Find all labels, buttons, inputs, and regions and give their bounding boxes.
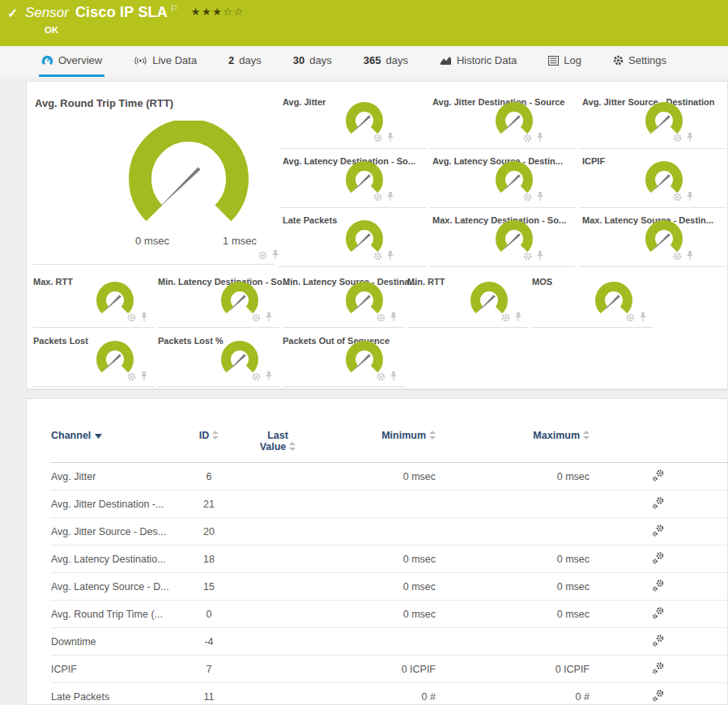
- tab-label: Overview: [58, 54, 102, 66]
- gear-icon[interactable]: [673, 193, 682, 202]
- gear-icon[interactable]: [523, 193, 532, 202]
- gauge-panel-mos[interactable]: MOS: [532, 270, 653, 328]
- channel-cell[interactable]: Late Packets: [51, 683, 185, 705]
- gear-icon[interactable]: [373, 134, 382, 142]
- gauge-panel-avg-round-trip-time[interactable]: Avg. Round Trip Time (RTT) 0 msec 1 msec: [33, 90, 275, 265]
- pin-icon[interactable]: [390, 372, 398, 381]
- gear-icon[interactable]: [127, 372, 136, 381]
- channel-settings-gears-icon[interactable]: [652, 634, 665, 648]
- gauge-panel-avg-jitter-destination-source[interactable]: Avg. Jitter Destination - Source: [429, 90, 576, 149]
- gauge-panel-packets-lost[interactable]: Packets Lost: [33, 329, 155, 387]
- channel-cell[interactable]: ICPIF: [51, 656, 185, 683]
- channel-cell[interactable]: Avg. Round Trip Time (...: [51, 601, 185, 628]
- last-value-cell: [233, 491, 322, 518]
- priority-flag-icon[interactable]: ⚐: [170, 3, 178, 14]
- gear-icon[interactable]: [373, 193, 382, 202]
- pin-icon[interactable]: [536, 251, 544, 261]
- gauge-panel-max-latency-source-destin[interactable]: Max. Latency Source - Destin...: [579, 208, 726, 267]
- last-value-cell: [233, 628, 322, 656]
- pin-icon[interactable]: [536, 133, 544, 142]
- channel-settings-gears-icon[interactable]: [652, 469, 665, 482]
- gauge-panel-packets-out-of-sequence[interactable]: Packets Out of Sequence: [283, 329, 404, 387]
- gauge-panel-avg-latency-source-destin[interactable]: Avg. Latency Source - Destin...: [429, 149, 576, 208]
- column-header-maximum[interactable]: Maximum: [436, 427, 590, 463]
- priority-stars[interactable]: ★★★☆☆: [191, 6, 245, 18]
- gauge-panel-avg-jitter-source-destination[interactable]: Avg. Jitter Source - Destination: [579, 90, 726, 149]
- tab-log[interactable]: Log: [546, 46, 584, 77]
- gear-icon[interactable]: [252, 313, 261, 322]
- gear-icon[interactable]: [673, 252, 682, 261]
- gear-icon[interactable]: [523, 252, 532, 261]
- gear-icon[interactable]: [252, 372, 261, 381]
- pin-icon[interactable]: [265, 372, 273, 381]
- tab-overview[interactable]: Overview: [39, 46, 104, 77]
- minimum-cell: [322, 628, 436, 656]
- column-header-last-value[interactable]: Last Value: [233, 427, 322, 463]
- channel-settings-gears-icon[interactable]: [652, 524, 665, 537]
- actions-cell: [590, 463, 727, 491]
- channel-settings-gears-icon[interactable]: [652, 606, 665, 620]
- tab-historic-data[interactable]: Historic Data: [437, 46, 519, 77]
- sort-icon: [583, 431, 590, 442]
- gauge-panel-icpif[interactable]: ICPIF: [579, 149, 726, 208]
- gauge-panel-max-rtt[interactable]: Max. RTT: [33, 270, 155, 328]
- gauge-panel-late-packets[interactable]: Late Packets: [279, 208, 426, 267]
- sort-icon: [429, 431, 436, 442]
- tab-30-days[interactable]: 30days: [291, 46, 334, 77]
- pin-icon[interactable]: [686, 133, 694, 142]
- pin-icon[interactable]: [140, 312, 148, 322]
- channel-cell[interactable]: Avg. Jitter Source - Des...: [51, 518, 185, 546]
- gauge-panel-avg-jitter[interactable]: Avg. Jitter: [279, 90, 426, 149]
- gauge-scale-max: 1 msec: [223, 235, 257, 247]
- gear-icon[interactable]: [626, 313, 635, 322]
- channel-cell[interactable]: Downtime: [51, 628, 185, 656]
- gauge-panel-min-latency-source-destina[interactable]: Min. Latency Source - Destina...: [283, 270, 404, 328]
- pin-icon[interactable]: [140, 372, 148, 381]
- tab-365-days[interactable]: 365days: [361, 46, 411, 77]
- gauge-panel-avg-latency-destination-so[interactable]: Avg. Latency Destination - So...: [279, 149, 426, 208]
- column-header-minimum[interactable]: Minimum: [322, 427, 436, 463]
- gauge-panel-min-latency-destination-so[interactable]: Min. Latency Destination - So...: [158, 270, 279, 328]
- pin-icon[interactable]: [386, 192, 394, 202]
- column-header-channel[interactable]: Channel: [51, 427, 185, 463]
- gauge-panel-max-latency-destination-so[interactable]: Max. Latency Destination - So...: [429, 208, 576, 267]
- channel-cell[interactable]: Avg. Jitter Destination -...: [51, 491, 185, 518]
- channel-cell[interactable]: Avg. Jitter: [51, 463, 185, 491]
- pin-icon[interactable]: [386, 133, 394, 142]
- tab-live-data[interactable]: Live Data: [131, 46, 199, 77]
- minimum-cell: [322, 518, 436, 546]
- channel-settings-gears-icon[interactable]: [652, 661, 665, 675]
- tab-2-days[interactable]: 2days: [226, 46, 264, 77]
- pin-icon[interactable]: [639, 312, 647, 322]
- column-header-id[interactable]: ID: [185, 427, 233, 463]
- gear-icon[interactable]: [127, 313, 136, 322]
- pin-icon[interactable]: [386, 251, 394, 261]
- gear-icon[interactable]: [673, 134, 682, 142]
- pin-icon[interactable]: [514, 312, 522, 322]
- channel-cell[interactable]: Avg. Latency Destinatio...: [51, 546, 185, 573]
- gear-icon[interactable]: [501, 313, 510, 322]
- tab-settings[interactable]: Settings: [611, 46, 669, 77]
- channel-settings-gears-icon[interactable]: [652, 689, 665, 703]
- pin-icon[interactable]: [390, 312, 398, 322]
- table-row: Downtime-4: [51, 628, 727, 656]
- pin-icon[interactable]: [271, 250, 279, 260]
- tab-label: Historic Data: [457, 54, 517, 66]
- channel-cell[interactable]: Avg. Latency Source - D...: [51, 573, 185, 601]
- pin-icon[interactable]: [686, 251, 694, 261]
- tab-label: Log: [564, 54, 581, 66]
- channel-settings-gears-icon[interactable]: [652, 551, 665, 565]
- gauge-panel-packets-lost[interactable]: Packets Lost %: [158, 329, 279, 387]
- pin-icon[interactable]: [536, 192, 544, 202]
- gear-icon[interactable]: [523, 134, 532, 142]
- gear-icon[interactable]: [377, 313, 385, 322]
- pin-icon[interactable]: [686, 192, 694, 202]
- pin-icon[interactable]: [265, 312, 273, 322]
- gauge-cell-icons: [252, 372, 273, 381]
- gear-icon[interactable]: [377, 372, 385, 381]
- channel-settings-gears-icon[interactable]: [652, 579, 665, 592]
- channel-settings-gears-icon[interactable]: [652, 496, 665, 510]
- gear-icon[interactable]: [373, 252, 382, 261]
- gauge-panel-min-rtt[interactable]: Min. RTT: [407, 270, 529, 328]
- gear-icon[interactable]: [258, 251, 267, 260]
